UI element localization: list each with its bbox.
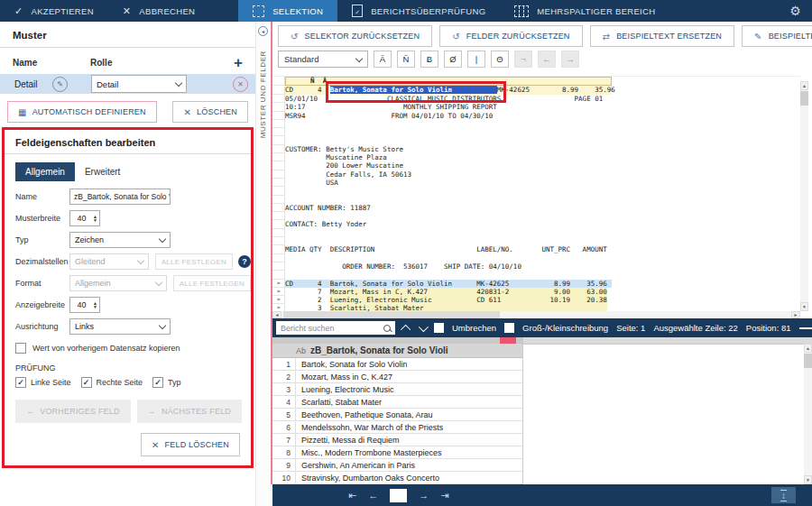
- trap-button-3[interactable]: Ø: [444, 51, 462, 68]
- find-next-button[interactable]: [419, 321, 429, 331]
- scrollbar-thumb[interactable]: [283, 311, 500, 318]
- scroll-up-icon[interactable]: ▲: [804, 344, 812, 353]
- redact-sample-text-button[interactable]: ✎ BEISPIELTEXT SCHWÄRZEN: [742, 25, 812, 47]
- report-line-5[interactable]: [285, 136, 612, 144]
- auto-define-button[interactable]: ▦ AUTOMATISCH DEFINIEREN: [7, 101, 157, 123]
- highlighted-field-text[interactable]: Luening, Electronic Music CD 611 10.19 2…: [330, 296, 607, 304]
- result-row-6[interactable]: 6Mendelssohn, War March of the Priests: [272, 421, 522, 434]
- replace-sample-text-button[interactable]: ⇄ BEISPIELTEXT ERSETZEN: [590, 25, 735, 47]
- report-line-8[interactable]: 200 Lower Muscatine: [285, 161, 612, 170]
- scroll-left-icon[interactable]: ◄: [272, 311, 281, 318]
- bottom-scroll-strip[interactable]: [272, 337, 812, 344]
- report-line-23[interactable]: 7 Mozart, Mass in C, K.427 420831-2 9.00…: [285, 288, 612, 296]
- result-row-8[interactable]: 8Misc., Modern Trombone Masterpieces: [272, 446, 522, 459]
- report-horizontal-scrollbar[interactable]: ◄ ►: [272, 311, 800, 318]
- report-line-17[interactable]: [285, 237, 612, 245]
- report-line-7[interactable]: Muscatine Plaza: [285, 153, 612, 161]
- result-row-7[interactable]: 7Pizzetti, Messa di Requiem: [272, 434, 522, 446]
- edit-icon[interactable]: ✎: [52, 77, 68, 92]
- tab-erweitert[interactable]: Erweitert: [75, 162, 130, 181]
- report-viewer[interactable]: »»»» Ñ Ā CD 4 Bartok, Sonata for Solo Vi…: [272, 76, 800, 312]
- report-line-14[interactable]: [285, 212, 612, 220]
- report-line-12[interactable]: [285, 196, 612, 204]
- settings-button[interactable]: ⚙: [779, 4, 812, 18]
- report-line-13[interactable]: ACCOUNT NUMBER: 11887: [285, 204, 612, 212]
- scroll-down-icon[interactable]: ▼: [800, 302, 808, 311]
- preview-scrollbar[interactable]: ▲ ▼: [804, 344, 812, 484]
- highlighted-field-text[interactable]: Mozart, Mass in C, K.427 420831-2 9.00 6…: [330, 288, 607, 296]
- muster-row[interactable]: Detail ✎ Detail ✕: [0, 74, 255, 94]
- tab-allgemein[interactable]: Allgemein: [15, 162, 75, 181]
- previous-page-button[interactable]: ←: [368, 490, 378, 501]
- report-line-16[interactable]: [285, 229, 612, 237]
- wrap-checkbox[interactable]: [434, 323, 444, 333]
- pruefung-check-0[interactable]: ✓Linke Seite: [15, 377, 71, 388]
- tab-berichtsueberpruefung[interactable]: ✓ BERICHTSÜBERPRÜFUNG: [337, 0, 500, 22]
- last-page-button[interactable]: ⇥: [440, 490, 448, 501]
- trap-button-1[interactable]: Ñ: [397, 51, 415, 68]
- name-input[interactable]: zB_Bartok, Sonata for Solo Violi: [69, 189, 171, 205]
- report-line-19[interactable]: [285, 254, 612, 262]
- report-line-24[interactable]: 2 Luening, Electronic Music CD 611 10.19…: [285, 296, 612, 304]
- report-line-21[interactable]: [285, 271, 612, 279]
- pruefung-check-2[interactable]: ✓Typ: [152, 377, 181, 388]
- result-row-5[interactable]: 5Beethoven, Pathetique Sonata, Arau: [272, 409, 522, 421]
- typ-dropdown[interactable]: Zeichen: [69, 232, 171, 248]
- report-line-4[interactable]: [285, 128, 612, 136]
- ausrichtung-dropdown[interactable]: Links: [69, 318, 171, 335]
- collapse-panel-button[interactable]: ◂: [258, 26, 268, 36]
- report-vertical-scrollbar[interactable]: ▲ ▼: [800, 81, 808, 311]
- reset-selector-button[interactable]: ↺ SELEKTOR ZURÜCKSETZEN: [278, 25, 432, 47]
- cancel-button[interactable]: ✕ ABBRECHEN: [108, 0, 209, 22]
- results-header[interactable]: Ab zB_Bartok, Sonata for Solo Violi: [272, 344, 522, 358]
- checkbox-checked-icon[interactable]: ✓: [15, 377, 26, 388]
- report-line-15[interactable]: CONTACT: Betty Yoder: [285, 220, 612, 228]
- delete-button[interactable]: ✕ LÖSCHEN: [172, 101, 248, 123]
- report-line-11[interactable]: [285, 187, 612, 195]
- zoom-slider[interactable]: [799, 327, 812, 329]
- anzeigebreite-stepper[interactable]: 40 ▲▼: [69, 297, 100, 313]
- add-muster-button[interactable]: +: [234, 55, 243, 70]
- preset-dropdown[interactable]: Standard: [278, 51, 368, 68]
- pruefung-check-1[interactable]: ✓Rechte Seite: [81, 377, 143, 388]
- report-line-1[interactable]: 10:17 MONTHLY SHIPPING REPORT: [285, 103, 612, 111]
- tab-mehrspaltiger-bereich[interactable]: MEHRSPALTIGER BEREICH: [500, 0, 669, 22]
- result-row-3[interactable]: 3Luening, Electronic Music: [272, 383, 522, 396]
- report-line-18[interactable]: MEDIA QTY DESCRIPTION LABEL/NO. UNT_PRC …: [285, 245, 612, 253]
- accept-button[interactable]: ✓ AKZEPTIEREN: [0, 0, 108, 22]
- first-page-button[interactable]: ⇤: [348, 490, 356, 501]
- checkbox-checked-icon[interactable]: ✓: [81, 377, 92, 388]
- spinner-down-icon[interactable]: ▼: [93, 218, 97, 223]
- trap-button-2[interactable]: Ƀ: [420, 51, 438, 68]
- scrollbar-thumb[interactable]: [800, 91, 808, 106]
- trap-button-4[interactable]: |: [467, 51, 485, 68]
- rolle-dropdown[interactable]: Detail: [91, 75, 187, 93]
- search-input[interactable]: Bericht suchen: [276, 321, 395, 335]
- spinner-down-icon[interactable]: ▼: [93, 305, 97, 309]
- result-row-1[interactable]: 1Bartok, Sonata for Solo Violin: [272, 358, 522, 371]
- result-row-9[interactable]: 9Gershwin, An American in Paris: [272, 459, 522, 472]
- reset-fields-button[interactable]: ↺ FELDER ZURÜCKSETZEN: [439, 25, 582, 47]
- trap-button-5[interactable]: Θ: [491, 51, 509, 68]
- result-row-2[interactable]: 2Mozart, Mass in C, K.427: [272, 371, 522, 383]
- report-line-9[interactable]: Cedar Falls, IA 50613: [285, 170, 612, 179]
- scrollbar-thumb[interactable]: [804, 354, 812, 368]
- copy-value-checkbox[interactable]: [15, 343, 26, 354]
- next-page-button[interactable]: →: [419, 490, 429, 501]
- find-previous-button[interactable]: [401, 324, 411, 334]
- scroll-up-icon[interactable]: ▲: [800, 81, 808, 90]
- report-line-6[interactable]: CUSTOMER: Betty's Music Store: [285, 145, 612, 153]
- result-row-4[interactable]: 4Scarlatti, Stabat Mater: [272, 396, 522, 409]
- report-line-20[interactable]: ORDER NUMBER: 536017 SHIP DATE: 04/10/10: [285, 262, 612, 271]
- tab-selektion[interactable]: SELEKTION: [238, 0, 337, 22]
- delete-field-button[interactable]: ✕ FELD LÖSCHEN: [141, 433, 240, 456]
- help-icon[interactable]: ?: [238, 255, 251, 268]
- musterbreite-stepper[interactable]: 40 ▲▼: [69, 210, 100, 226]
- trap-button-0[interactable]: Ā: [374, 51, 392, 68]
- report-line-2[interactable]: MSR94 FROM 04/01/10 TO 04/30/10: [285, 112, 612, 120]
- delete-muster-icon[interactable]: ✕: [233, 77, 248, 92]
- scroll-down-icon[interactable]: ▼: [804, 475, 812, 484]
- scroll-right-icon[interactable]: ►: [791, 311, 800, 318]
- report-line-10[interactable]: USA: [285, 179, 612, 187]
- row-height-button[interactable]: ↕: [771, 487, 796, 503]
